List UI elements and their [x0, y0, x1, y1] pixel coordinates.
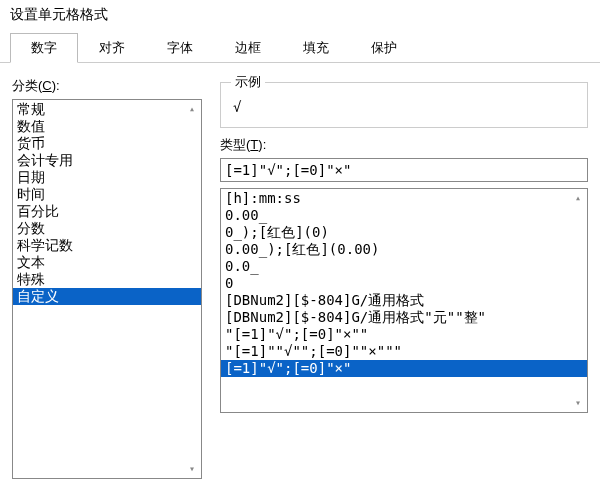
category-label: 分类(C):	[12, 77, 202, 95]
type-list-item[interactable]: 0.0_	[221, 258, 587, 275]
type-list-item[interactable]: 0.00_);[红色](0.00)	[221, 241, 587, 258]
sample-value: √	[231, 97, 577, 117]
category-item[interactable]: 常规	[13, 101, 201, 118]
dialog-body: 分类(C): ▴ 常规数值货币会计专用日期时间百分比分数科学记数文本特殊自定义 …	[0, 63, 600, 489]
type-list-item[interactable]: [DBNum2][$-804]G/通用格式	[221, 292, 587, 309]
category-item[interactable]: 文本	[13, 254, 201, 271]
tab-border[interactable]: 边框	[214, 33, 282, 63]
category-item[interactable]: 科学记数	[13, 237, 201, 254]
type-label: 类型(T):	[220, 136, 588, 154]
category-item[interactable]: 数值	[13, 118, 201, 135]
sample-group: 示例 √	[220, 73, 588, 128]
type-input[interactable]	[220, 158, 588, 182]
tab-protection[interactable]: 保护	[350, 33, 418, 63]
type-list-item[interactable]: [h]:mm:ss	[221, 190, 587, 207]
tab-number[interactable]: 数字	[10, 33, 78, 63]
category-item[interactable]: 会计专用	[13, 152, 201, 169]
right-column: 示例 √ 类型(T): ▴ [h]:mm:ss0.00_0_);[红色](0)0…	[220, 73, 588, 479]
tab-bar: 数字 对齐 字体 边框 填充 保护	[0, 32, 600, 63]
type-list-item[interactable]: 0_);[红色](0)	[221, 224, 587, 241]
type-list-item[interactable]: 0.00_	[221, 207, 587, 224]
category-column: 分类(C): ▴ 常规数值货币会计专用日期时间百分比分数科学记数文本特殊自定义 …	[12, 73, 202, 479]
category-item[interactable]: 货币	[13, 135, 201, 152]
category-listbox[interactable]: ▴ 常规数值货币会计专用日期时间百分比分数科学记数文本特殊自定义 ▾	[12, 99, 202, 479]
category-item[interactable]: 日期	[13, 169, 201, 186]
type-list-item[interactable]: [DBNum2][$-804]G/通用格式"元""整"	[221, 309, 587, 326]
type-list-item[interactable]: 0	[221, 275, 587, 292]
tab-fill[interactable]: 填充	[282, 33, 350, 63]
dialog-title: 设置单元格格式	[0, 0, 600, 32]
category-item[interactable]: 自定义	[13, 288, 201, 305]
type-list-item[interactable]: "[=1]"√";[=0]"×""	[221, 326, 587, 343]
tab-font[interactable]: 字体	[146, 33, 214, 63]
category-item[interactable]: 特殊	[13, 271, 201, 288]
category-item[interactable]: 分数	[13, 220, 201, 237]
scroll-up-icon[interactable]: ▴	[185, 102, 199, 116]
tab-alignment[interactable]: 对齐	[78, 33, 146, 63]
type-list-item[interactable]: [=1]"√";[=0]"×"	[221, 360, 587, 377]
type-listbox[interactable]: ▴ [h]:mm:ss0.00_0_);[红色](0)0.00_);[红色](0…	[220, 188, 588, 413]
sample-legend: 示例	[231, 73, 265, 91]
type-list-item[interactable]: "[=1]""√"";[=0]""×"""	[221, 343, 587, 360]
scroll-down-icon[interactable]: ▾	[185, 462, 199, 476]
category-item[interactable]: 时间	[13, 186, 201, 203]
category-item[interactable]: 百分比	[13, 203, 201, 220]
scroll-down-icon[interactable]: ▾	[571, 396, 585, 410]
scroll-up-icon[interactable]: ▴	[571, 191, 585, 205]
